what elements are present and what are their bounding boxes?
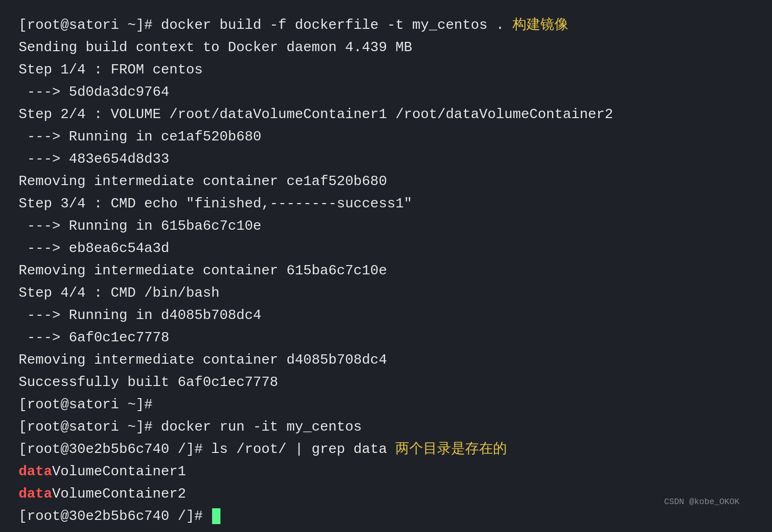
terminal-text: ---> 483e654d8d33 bbox=[19, 151, 169, 167]
terminal-text: Removing intermediate container 615ba6c7… bbox=[19, 263, 387, 279]
terminal-output: [root@satori ~]# docker build -f dockerf… bbox=[19, 14, 753, 527]
terminal-text: VolumeContainer2 bbox=[52, 486, 186, 502]
terminal-text: 构建镜像 bbox=[512, 17, 568, 33]
terminal-line: [root@satori ~]# docker build -f dockerf… bbox=[19, 14, 753, 36]
terminal-line: ---> 6af0c1ec7778 bbox=[19, 326, 753, 349]
terminal-line: Step 4/4 : CMD /bin/bash bbox=[19, 282, 753, 304]
terminal-text: data bbox=[19, 464, 52, 479]
terminal-text: 两个目录是存在的 bbox=[395, 441, 507, 457]
terminal-text: ---> 5d0da3dc9764 bbox=[19, 84, 169, 100]
terminal-text: Step 1/4 : FROM centos bbox=[19, 62, 203, 78]
terminal-line: [root@30e2b5b6c740 /]# ls /root/ | grep … bbox=[19, 438, 753, 460]
terminal-cursor bbox=[212, 508, 220, 524]
terminal-line: Step 1/4 : FROM centos bbox=[19, 59, 753, 81]
footer-attribution: CSDN @kobe_OKOK bbox=[664, 495, 739, 509]
terminal-text: Removing intermediate container ce1af520… bbox=[19, 173, 387, 189]
terminal-text: ---> eb8ea6c54a3d bbox=[19, 240, 169, 256]
terminal-text: Step 4/4 : CMD /bin/bash bbox=[19, 285, 220, 301]
terminal-line: Step 2/4 : VOLUME /root/dataVolumeContai… bbox=[19, 103, 753, 126]
terminal-line: ---> Running in ce1af520b680 bbox=[19, 126, 753, 148]
terminal-text: Removing intermediate container d4085b70… bbox=[19, 352, 387, 368]
terminal-line: dataVolumeContainer2 bbox=[19, 483, 753, 505]
terminal-line: Removing intermediate container 615ba6c7… bbox=[19, 259, 753, 282]
terminal-line: ---> Running in d4085b708dc4 bbox=[19, 304, 753, 326]
terminal-text: Successfully built 6af0c1ec7778 bbox=[19, 374, 278, 390]
terminal-text: [root@30e2b5b6c740 /]# bbox=[19, 508, 211, 524]
terminal-line: [root@30e2b5b6c740 /]# bbox=[19, 505, 753, 527]
terminal-text: ---> Running in 615ba6c7c10e bbox=[19, 218, 261, 234]
terminal-line: [root@satori ~]# bbox=[19, 393, 753, 416]
terminal-text: VolumeContainer1 bbox=[52, 464, 186, 479]
terminal-line: ---> 483e654d8d33 bbox=[19, 148, 753, 170]
terminal-text: ---> Running in d4085b708dc4 bbox=[19, 307, 261, 323]
terminal-line: Step 3/4 : CMD echo "finished,--------su… bbox=[19, 193, 753, 215]
terminal-line: Removing intermediate container ce1af520… bbox=[19, 170, 753, 193]
terminal-text: [root@satori ~]# bbox=[19, 397, 153, 412]
terminal-line: Removing intermediate container d4085b70… bbox=[19, 349, 753, 371]
terminal-text: Step 3/4 : CMD echo "finished,--------su… bbox=[19, 196, 412, 212]
terminal-text: Sending build context to Docker daemon 4… bbox=[19, 40, 412, 55]
terminal-line: ---> 5d0da3dc9764 bbox=[19, 81, 753, 103]
terminal-line: dataVolumeContainer1 bbox=[19, 460, 753, 483]
terminal-text: [root@satori ~]# docker build -f dockerf… bbox=[19, 17, 512, 33]
terminal-line: [root@satori ~]# docker run -it my_cento… bbox=[19, 416, 753, 438]
terminal-text: [root@satori ~]# docker run -it my_cento… bbox=[19, 419, 362, 435]
terminal-line: Sending build context to Docker daemon 4… bbox=[19, 36, 753, 59]
terminal-text: Step 2/4 : VOLUME /root/dataVolumeContai… bbox=[19, 106, 613, 122]
terminal-text: [root@30e2b5b6c740 /]# ls /root/ | grep … bbox=[19, 441, 395, 457]
terminal-line: Successfully built 6af0c1ec7778 bbox=[19, 371, 753, 393]
terminal-text: data bbox=[19, 486, 52, 502]
terminal-window: [root@satori ~]# docker build -f dockerf… bbox=[19, 14, 753, 518]
terminal-line: ---> Running in 615ba6c7c10e bbox=[19, 215, 753, 237]
terminal-text: ---> Running in ce1af520b680 bbox=[19, 129, 261, 145]
terminal-text: ---> 6af0c1ec7778 bbox=[19, 330, 169, 346]
terminal-line: ---> eb8ea6c54a3d bbox=[19, 237, 753, 259]
